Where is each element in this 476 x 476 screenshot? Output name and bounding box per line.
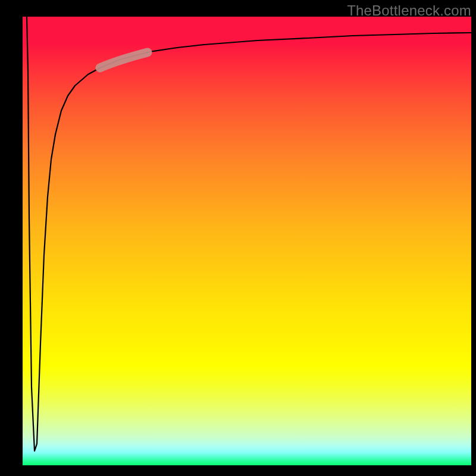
- watermark-text: TheBottleneck.com: [347, 2, 471, 19]
- plot-area: [23, 17, 471, 465]
- chart-frame: TheBottleneck.com: [0, 0, 476, 476]
- curve-svg: [23, 17, 471, 465]
- bottleneck-curve-path: [27, 17, 471, 451]
- highlight-segment: [100, 52, 148, 68]
